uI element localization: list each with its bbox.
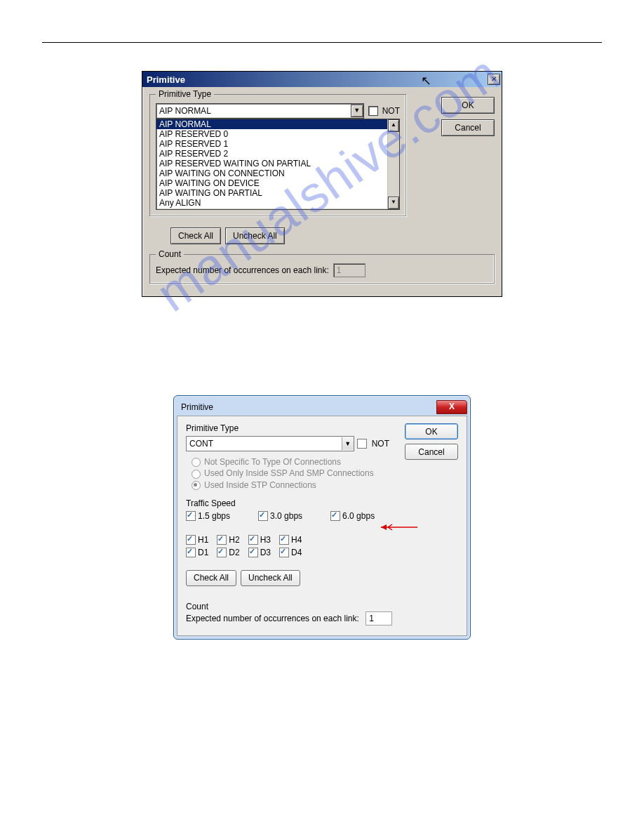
- titlebar[interactable]: Primitive ↖ ✕: [142, 72, 502, 87]
- radio-label: Not Specific To Type Of Connections: [204, 457, 341, 467]
- count-input: 1: [333, 263, 365, 277]
- h-checkbox[interactable]: [186, 535, 196, 545]
- combo-selected-text: AIP NORMAL: [159, 106, 211, 116]
- check-all-button[interactable]: Check All: [186, 570, 236, 586]
- not-checkbox-label: NOT: [382, 106, 400, 116]
- list-item[interactable]: AIP RESERVED 1: [156, 139, 387, 149]
- chevron-down-icon[interactable]: ▼: [351, 105, 363, 117]
- d-label: D2: [229, 548, 239, 557]
- uncheck-all-button[interactable]: Uncheck All: [225, 227, 285, 244]
- page-divider: [42, 42, 602, 43]
- h-option[interactable]: H2: [217, 535, 239, 545]
- h-label: H1: [198, 535, 208, 545]
- list-item[interactable]: AIP RESERVED 0: [156, 129, 387, 139]
- dialog-title: Primitive: [181, 402, 213, 412]
- close-button[interactable]: ✕: [488, 74, 500, 85]
- primitive-dialog-classic: Primitive ↖ ✕ OK Cancel Primitive Type A…: [142, 71, 502, 297]
- list-item[interactable]: AIP WAITING ON DEVICE: [156, 178, 387, 188]
- count-label: Expected number of occurrences on each l…: [186, 614, 359, 623]
- ok-button[interactable]: OK: [441, 97, 495, 114]
- radio-label: Used Only Inside SSP And SMP Connections: [204, 468, 374, 478]
- speed-option[interactable]: 6.0 gbps: [330, 511, 375, 521]
- uncheck-all-button[interactable]: Uncheck All: [241, 570, 300, 586]
- chevron-down-icon[interactable]: ▼: [342, 437, 354, 450]
- connection-type-radio-row: Used Only Inside SSP And SMP Connections: [192, 468, 458, 478]
- list-item[interactable]: AIP NORMAL: [156, 119, 387, 129]
- traffic-speed-label: Traffic Speed: [186, 498, 458, 508]
- d-checkbox[interactable]: [217, 548, 227, 557]
- d-option[interactable]: D1: [186, 548, 208, 557]
- count-label: Expected number of occurrences on each l…: [156, 265, 329, 275]
- list-item[interactable]: AIP WAITING ON CONNECTION: [156, 168, 387, 178]
- radio-button: [192, 481, 201, 490]
- list-item[interactable]: AIP WAITING ON PARTIAL: [156, 188, 387, 198]
- count-input[interactable]: 1: [365, 611, 392, 626]
- d-label: D1: [198, 548, 208, 557]
- primitive-dialog-win7: Primitive X OK Cancel Primitive Type CON…: [173, 395, 471, 640]
- count-group-label: Count: [156, 249, 184, 259]
- red-arrow-icon: [381, 523, 417, 530]
- h-checkbox[interactable]: [217, 535, 227, 545]
- combo-selected-text: CONT: [189, 439, 213, 449]
- speed-option[interactable]: 1.5 gbps: [186, 511, 230, 521]
- h-label: H4: [291, 535, 302, 545]
- list-item[interactable]: AIP RESERVED WAITING ON PARTIAL: [156, 159, 387, 168]
- cursor-icon: ↖: [421, 73, 431, 88]
- speed-option[interactable]: 3.0 gbps: [258, 511, 302, 521]
- close-button[interactable]: X: [436, 400, 467, 414]
- d-checkbox[interactable]: [186, 548, 196, 557]
- radio-button: [192, 458, 201, 467]
- radio-label: Used Inside STP Connections: [204, 480, 316, 490]
- check-all-button[interactable]: Check All: [170, 227, 221, 244]
- d-label: D4: [291, 548, 302, 557]
- h-option[interactable]: H1: [186, 535, 208, 545]
- h-label: H3: [260, 535, 271, 545]
- speed-checkbox[interactable]: [258, 511, 268, 521]
- not-checkbox-label: NOT: [372, 439, 389, 449]
- h-checkbox[interactable]: [279, 535, 289, 545]
- titlebar[interactable]: Primitive X: [177, 399, 467, 416]
- speed-label: 6.0 gbps: [342, 511, 375, 521]
- radio-button: [192, 470, 201, 479]
- cancel-button[interactable]: Cancel: [405, 444, 458, 460]
- speed-label: 3.0 gbps: [270, 511, 302, 521]
- d-option[interactable]: D3: [248, 548, 271, 557]
- list-item[interactable]: AIP RESERVED 2: [156, 149, 387, 159]
- not-checkbox[interactable]: [368, 106, 378, 116]
- scroll-down-button[interactable]: ▼: [388, 197, 399, 209]
- h-option[interactable]: H4: [279, 535, 302, 545]
- ok-button[interactable]: OK: [405, 423, 458, 439]
- h-label: H2: [229, 535, 239, 545]
- d-option[interactable]: D2: [217, 548, 239, 557]
- primitive-type-group-label: Primitive Type: [156, 89, 214, 99]
- primitive-type-combo[interactable]: CONT ▼: [186, 436, 354, 451]
- speed-checkbox[interactable]: [186, 511, 196, 521]
- speed-checkbox[interactable]: [330, 511, 340, 521]
- h-option[interactable]: H3: [248, 535, 271, 545]
- speed-label: 1.5 gbps: [198, 511, 230, 521]
- list-item[interactable]: Any ALIGN: [156, 198, 387, 208]
- listbox-scrollbar[interactable]: ▲ ▼: [387, 119, 399, 209]
- h-checkbox[interactable]: [248, 535, 258, 545]
- count-heading: Count: [186, 602, 458, 611]
- d-checkbox[interactable]: [248, 548, 258, 557]
- primitive-type-combo[interactable]: AIP NORMAL ▼: [156, 103, 364, 119]
- d-label: D3: [260, 548, 271, 557]
- cancel-button[interactable]: Cancel: [441, 119, 495, 136]
- scroll-up-button[interactable]: ▲: [388, 119, 399, 132]
- connection-type-radio-row: Used Inside STP Connections: [192, 480, 458, 490]
- dialog-title: Primitive: [147, 74, 185, 85]
- d-option[interactable]: D4: [279, 548, 302, 557]
- primitive-type-listbox[interactable]: AIP NORMALAIP RESERVED 0AIP RESERVED 1AI…: [156, 119, 400, 210]
- not-checkbox[interactable]: [357, 439, 367, 449]
- d-checkbox[interactable]: [279, 548, 289, 557]
